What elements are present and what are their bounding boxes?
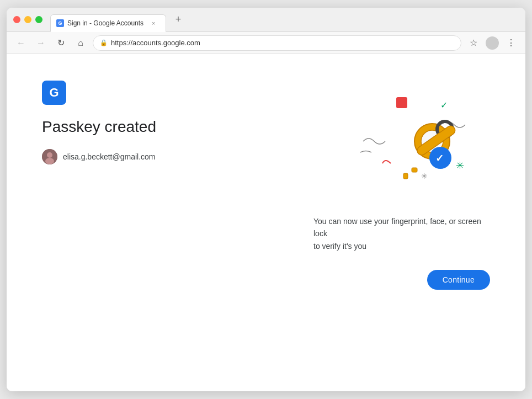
page-title: Passkey created: [42, 118, 269, 136]
lock-icon: 🔒: [100, 39, 108, 46]
tab-favicon: G: [56, 19, 64, 27]
page-content: G Passkey created elisa.g.beckett@gmail.…: [7, 54, 525, 391]
continue-button[interactable]: Continue: [427, 270, 490, 290]
svg-point-1: [47, 152, 52, 158]
svg-rect-11: [412, 168, 417, 172]
browser-menu-button[interactable]: ⋮: [503, 35, 519, 51]
close-traffic-light[interactable]: [13, 16, 20, 23]
home-button[interactable]: ⌂: [73, 35, 88, 51]
active-tab[interactable]: G Sign in - Google Accounts ×: [50, 14, 166, 32]
svg-text:✳: ✳: [421, 172, 428, 180]
profile-avatar[interactable]: [486, 36, 499, 50]
forward-button[interactable]: →: [33, 35, 49, 51]
new-tab-button[interactable]: +: [171, 12, 186, 28]
title-bar: G Sign in - Google Accounts × +: [7, 8, 525, 32]
svg-rect-3: [396, 97, 407, 108]
user-avatar: [42, 149, 57, 164]
address-bar-row: ← → ↻ ⌂ 🔒 https://accounts.google.com ☆ …: [7, 32, 525, 54]
user-email: elisa.g.beckett@gmail.com: [63, 152, 156, 161]
user-row: elisa.g.beckett@gmail.com: [42, 149, 269, 164]
back-button[interactable]: ←: [13, 35, 29, 51]
refresh-button[interactable]: ↻: [53, 35, 68, 51]
tab-title: Sign in - Google Accounts: [67, 19, 143, 27]
svg-point-2: [45, 158, 54, 164]
svg-rect-12: [403, 173, 408, 179]
svg-text:✓: ✓: [435, 153, 444, 164]
traffic-lights: [13, 16, 42, 23]
left-section: G Passkey created elisa.g.beckett@gmail.…: [42, 81, 269, 164]
tab-close-button[interactable]: ×: [149, 19, 158, 28]
passkey-illustration: ✓ ✳ ✳: [330, 92, 485, 202]
bookmark-button[interactable]: ☆: [466, 35, 481, 51]
address-bar[interactable]: 🔒 https://accounts.google.com: [93, 35, 461, 51]
google-shield-logo: G: [42, 81, 66, 105]
right-section: ✓ ✳ ✳: [313, 81, 490, 290]
maximize-traffic-light[interactable]: [35, 16, 42, 23]
svg-text:✓: ✓: [440, 100, 448, 110]
svg-text:✳: ✳: [456, 160, 464, 171]
url-text: https://accounts.google.com: [111, 39, 200, 47]
description-text: You can now use your fingerprint, face, …: [313, 215, 490, 252]
browser-window: G Sign in - Google Accounts × + ← → ↻ ⌂ …: [7, 8, 525, 391]
minimize-traffic-light[interactable]: [24, 16, 31, 23]
